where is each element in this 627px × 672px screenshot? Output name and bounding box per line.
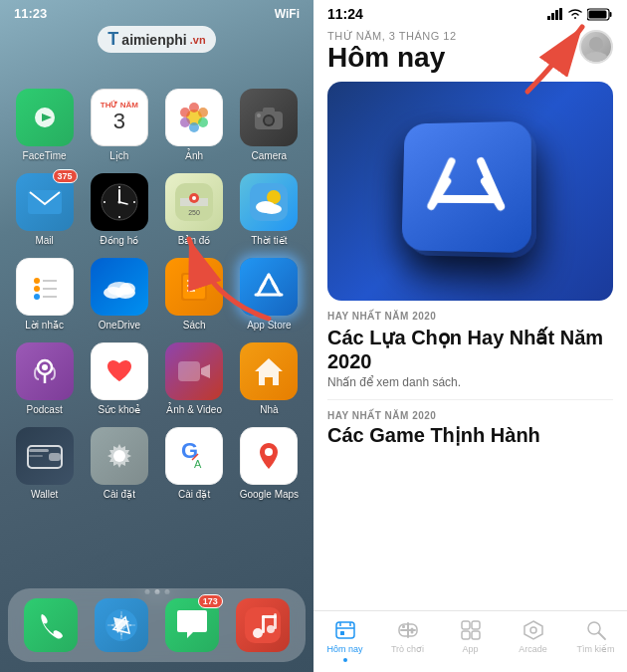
- app-mail[interactable]: 375 Mail: [10, 173, 79, 246]
- photos-label: Ảnh: [185, 150, 203, 161]
- app-calendar[interactable]: THỨ NĂM 3 Lịch: [85, 89, 153, 161]
- app-camera[interactable]: Camera: [235, 89, 304, 161]
- app-grid: FaceTime THỨ NĂM 3 Lịch: [0, 39, 314, 510]
- watermark-t: T: [107, 29, 118, 50]
- app-clock[interactable]: Đồng hồ: [85, 173, 153, 246]
- svg-point-13: [257, 113, 261, 117]
- app-reminder[interactable]: Lời nhắc: [10, 258, 79, 331]
- watermark-vn: .vn: [190, 34, 206, 46]
- svg-point-35: [34, 286, 40, 292]
- svg-point-22: [133, 201, 135, 203]
- tab-apps[interactable]: App: [439, 619, 502, 662]
- svg-line-51: [273, 283, 280, 295]
- dock-phone[interactable]: [24, 598, 78, 652]
- onedrive-icon: [91, 258, 148, 316]
- featured-title: Các Lựa Chọn Hay Nhất Năm 2020: [314, 326, 627, 375]
- tab-games-label: Trò chơi: [391, 644, 424, 654]
- tab-games[interactable]: Trò chơi: [376, 619, 439, 662]
- svg-marker-57: [201, 364, 210, 378]
- svg-point-33: [34, 278, 40, 284]
- app-appstore[interactable]: App Store: [235, 258, 304, 331]
- svg-point-21: [104, 201, 105, 203]
- photovideo-icon: [165, 342, 223, 400]
- svg-point-67: [265, 448, 273, 456]
- tab-today[interactable]: Hôm nay: [314, 619, 376, 662]
- right-status-icons: [547, 8, 613, 21]
- svg-point-31: [262, 204, 282, 214]
- watermark-box: T aimienphi .vn: [98, 26, 215, 53]
- app-photos[interactable]: Ảnh: [160, 89, 229, 161]
- svg-point-102: [410, 628, 413, 631]
- svg-point-20: [118, 216, 120, 218]
- battery-icon: [587, 8, 613, 21]
- right-panel: 11:24 THỨ NĂM, 3 THÁNG 12 Hôm n: [314, 0, 627, 672]
- tab-arcade[interactable]: Arcade: [502, 619, 564, 662]
- facetime-icon: [16, 89, 74, 146]
- dock-messages[interactable]: 173: [165, 598, 219, 652]
- tab-search[interactable]: Tìm kiếm: [564, 619, 627, 662]
- second-title: Các Game Thịnh Hành: [314, 423, 627, 447]
- right-time: 11:24: [327, 6, 363, 22]
- svg-point-6: [189, 122, 199, 132]
- photos-icon: [165, 89, 223, 146]
- calendar-icon: THỨ NĂM 3: [91, 89, 148, 146]
- gmaps-icon: [240, 427, 298, 485]
- svg-marker-58: [255, 358, 283, 385]
- appstore-icon: [240, 258, 298, 316]
- gmaps-label: Google Maps: [240, 489, 299, 500]
- mail-badge: 375: [53, 169, 78, 183]
- messages-badge: 173: [198, 594, 223, 608]
- svg-text:250: 250: [188, 209, 200, 216]
- app-health[interactable]: Sức khoẻ: [85, 342, 153, 415]
- second-badge: HAY NHẤT NĂM 2020: [314, 404, 627, 423]
- tab-apps-icon: [460, 619, 482, 641]
- svg-rect-85: [559, 8, 562, 20]
- header-left: THỨ NĂM, 3 THÁNG 12 Hôm nay: [327, 30, 457, 74]
- appstore-logo: [421, 141, 511, 232]
- tab-today-label: Hôm nay: [326, 644, 362, 654]
- tab-search-icon: [585, 619, 607, 641]
- app-gmaps[interactable]: Google Maps: [235, 427, 304, 500]
- health-icon: [91, 342, 148, 400]
- weather-label: Thời tiết: [251, 235, 287, 246]
- app-weather[interactable]: Thời tiết: [235, 173, 304, 246]
- app-maps[interactable]: 250 Bản đồ: [160, 173, 229, 246]
- today-title: Hôm nay: [327, 43, 457, 74]
- app-home[interactable]: Nhà: [235, 342, 304, 415]
- settings-label: Cài đặt: [104, 489, 135, 500]
- maps-label: Bản đồ: [178, 235, 211, 246]
- avatar[interactable]: [579, 30, 613, 64]
- svg-point-26: [192, 196, 196, 200]
- app-books[interactable]: Sách: [160, 258, 229, 331]
- app-wallet[interactable]: Wallet: [10, 427, 79, 500]
- app-photovideo[interactable]: Ảnh & Video: [160, 342, 229, 415]
- svg-point-7: [180, 117, 190, 127]
- calendar-label: Lịch: [109, 150, 128, 161]
- featured-card[interactable]: [327, 82, 613, 301]
- svg-point-89: [589, 37, 603, 51]
- gtranslate-icon: G A: [165, 427, 223, 485]
- app-onedrive[interactable]: OneDrive: [85, 258, 153, 331]
- svg-rect-80: [262, 615, 277, 618]
- books-icon: [165, 258, 223, 316]
- app-gtranslate[interactable]: G A Cài đặt: [160, 427, 229, 500]
- svg-point-37: [34, 294, 40, 300]
- app-podcast[interactable]: Podcast: [10, 342, 79, 415]
- tab-arcade-icon: [522, 619, 544, 641]
- photovideo-label: Ảnh & Video: [166, 404, 222, 415]
- tab-bar: Hôm nay Trò chơi App: [314, 610, 627, 672]
- svg-rect-32: [27, 269, 63, 305]
- dock-music[interactable]: [236, 598, 290, 652]
- card-image: [327, 82, 613, 301]
- svg-rect-56: [178, 361, 200, 381]
- dock-safari[interactable]: [95, 598, 148, 652]
- app-settings[interactable]: Cài đặt: [85, 427, 153, 500]
- home-icon: [240, 342, 298, 400]
- signal-icon: [547, 8, 563, 20]
- app-facetime[interactable]: FaceTime: [10, 89, 79, 161]
- svg-rect-106: [472, 621, 480, 629]
- settings-icon: [91, 427, 148, 485]
- svg-rect-101: [340, 631, 344, 635]
- svg-rect-87: [610, 12, 612, 17]
- svg-rect-97: [336, 622, 354, 638]
